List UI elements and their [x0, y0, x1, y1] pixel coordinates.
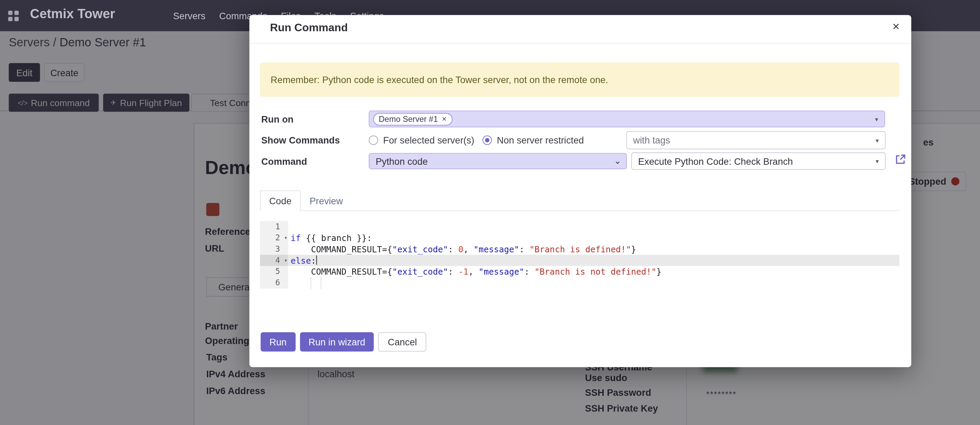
- run-button[interactable]: Run: [261, 332, 295, 352]
- code-text[interactable]: [288, 278, 900, 289]
- code-line[interactable]: 1: [260, 221, 900, 232]
- show-commands-label: Show Commands: [261, 135, 340, 146]
- dialog-title: Run Command: [270, 21, 348, 34]
- external-link-icon[interactable]: [894, 153, 907, 166]
- dialog-header-divider: [250, 43, 911, 44]
- code-text[interactable]: [288, 221, 900, 232]
- line-number: 1: [260, 221, 288, 232]
- line-number: 5: [260, 266, 288, 278]
- caret-down-icon: ▾: [875, 158, 879, 165]
- close-icon[interactable]: ✕: [889, 19, 902, 35]
- caret-down-icon: ▾: [875, 136, 879, 143]
- code-text[interactable]: else:: [288, 255, 900, 266]
- radio-checked-icon[interactable]: [482, 136, 492, 145]
- chevron-down-icon: ⌄: [614, 155, 621, 165]
- tab-code[interactable]: Code: [260, 190, 301, 211]
- run-on-multiselect[interactable]: Demo Server #1 ✕ ▾: [369, 111, 885, 127]
- app-root: Cetmix Tower Servers Commands Files Tool…: [0, 0, 980, 425]
- code-line[interactable]: 2▾if {{ branch }}:: [260, 232, 900, 244]
- command-select[interactable]: Execute Python Code: Check Branch ▾: [631, 152, 886, 170]
- tabs-divider: [260, 211, 900, 211]
- line-number: 3: [260, 243, 288, 255]
- line-number: 4▾: [260, 255, 288, 266]
- server-tag[interactable]: Demo Server #1 ✕: [373, 113, 453, 125]
- code-editor[interactable]: 12▾if {{ branch }}:3 COMMAND_RESULT={"ex…: [260, 219, 900, 289]
- code-line[interactable]: 4▾else:: [260, 255, 900, 266]
- code-line[interactable]: 6: [260, 278, 900, 289]
- code-text[interactable]: COMMAND_RESULT={"exit_code": 0, "message…: [288, 243, 900, 255]
- fold-caret-icon[interactable]: ▾: [284, 255, 288, 266]
- dialog-footer: Run Run in wizard Cancel: [261, 332, 426, 352]
- radio-icon[interactable]: [369, 136, 378, 145]
- code-line[interactable]: 3 COMMAND_RESULT={"exit_code": 0, "messa…: [260, 243, 900, 255]
- with-tags-select[interactable]: with tags ▾: [627, 131, 886, 149]
- radio-for-selected-servers[interactable]: For selected server(s): [369, 135, 474, 146]
- fold-caret-icon[interactable]: ▾: [284, 232, 288, 244]
- indent-guide: [321, 278, 321, 289]
- tab-preview[interactable]: Preview: [301, 190, 352, 211]
- warning-alert: Remember: Python code is executed on the…: [260, 62, 900, 97]
- code-text[interactable]: COMMAND_RESULT={"exit_code": -1, "messag…: [288, 266, 900, 278]
- code-text[interactable]: if {{ branch }}:: [288, 232, 900, 244]
- indent-guide: [311, 278, 311, 289]
- run-in-wizard-button[interactable]: Run in wizard: [300, 332, 374, 352]
- code-line[interactable]: 5 COMMAND_RESULT={"exit_code": -1, "mess…: [260, 266, 900, 278]
- run-command-dialog: Run Command ✕ Remember: Python code is e…: [250, 15, 911, 367]
- cancel-button[interactable]: Cancel: [378, 332, 426, 352]
- line-number: 6: [260, 278, 288, 289]
- caret-down-icon[interactable]: ▾: [875, 115, 878, 122]
- command-label: Command: [261, 156, 307, 167]
- radio-non-server-restricted[interactable]: Non server restricted: [482, 135, 584, 146]
- run-on-label: Run on: [261, 114, 293, 124]
- line-number: 2▾: [260, 232, 288, 244]
- remove-tag-icon[interactable]: ✕: [442, 115, 447, 122]
- text-cursor: [316, 255, 317, 265]
- command-type-select[interactable]: Python code ⌄: [369, 153, 627, 169]
